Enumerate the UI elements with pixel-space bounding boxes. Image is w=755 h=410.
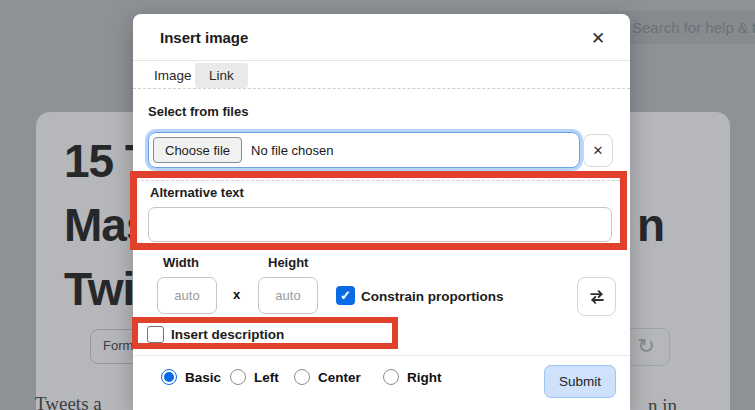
tab-link[interactable]: Link xyxy=(195,63,248,88)
radio-basic-label: Basic xyxy=(185,370,221,385)
height-label: Height xyxy=(268,255,308,270)
dialog-title: Insert image xyxy=(160,29,248,46)
radio-right[interactable]: Right xyxy=(383,369,442,385)
submit-button[interactable]: Submit xyxy=(544,365,616,398)
file-input[interactable]: Choose file No file chosen xyxy=(148,132,580,168)
dialog-header: Insert image ✕ xyxy=(133,14,630,61)
close-icon[interactable]: ✕ xyxy=(584,24,612,52)
article-text-left: Tweets a xyxy=(35,393,102,410)
swap-icon xyxy=(587,287,607,307)
swap-dimensions-button[interactable] xyxy=(577,277,616,316)
alt-text-field[interactable] xyxy=(148,207,612,242)
radio-left-circle[interactable] xyxy=(230,369,246,385)
radio-center-circle[interactable] xyxy=(294,369,310,385)
article-heading-fragment: n xyxy=(637,198,665,252)
radio-basic-circle[interactable] xyxy=(161,369,177,385)
insert-description-checkbox[interactable] xyxy=(147,326,164,343)
radio-center[interactable]: Center xyxy=(294,369,361,385)
size-separator: x xyxy=(233,287,240,302)
choose-file-button[interactable]: Choose file xyxy=(153,137,242,163)
redo-icon: ↻ xyxy=(637,334,655,357)
insert-description-label: Insert description xyxy=(171,327,284,342)
radio-right-label: Right xyxy=(407,370,442,385)
article-text-right: n in xyxy=(648,395,677,410)
check-icon: ✓ xyxy=(340,288,351,303)
select-from-files-label: Select from files xyxy=(148,104,248,119)
radio-left-label: Left xyxy=(254,370,279,385)
radio-right-circle[interactable] xyxy=(383,369,399,385)
width-label: Width xyxy=(163,255,199,270)
width-field[interactable] xyxy=(157,277,217,314)
height-field[interactable] xyxy=(258,277,318,314)
radio-left[interactable]: Left xyxy=(230,369,279,385)
clear-file-button[interactable]: ✕ xyxy=(583,134,613,167)
file-status-text: No file chosen xyxy=(251,143,333,158)
clear-icon: ✕ xyxy=(593,143,604,158)
radio-basic[interactable]: Basic xyxy=(161,369,221,385)
insert-image-dialog: Insert image ✕ Image Link Select from fi… xyxy=(133,14,630,410)
constrain-proportions-checkbox[interactable]: ✓ xyxy=(336,286,355,305)
radio-center-label: Center xyxy=(318,370,361,385)
footer-divider xyxy=(133,355,630,356)
article-heading-line3: Twi xyxy=(64,262,134,316)
alt-text-label: Alternative text xyxy=(150,185,244,200)
constrain-proportions-label: Constrain proportions xyxy=(361,289,504,304)
dashed-separator xyxy=(141,180,620,181)
tab-strip: Image Link xyxy=(133,62,630,89)
